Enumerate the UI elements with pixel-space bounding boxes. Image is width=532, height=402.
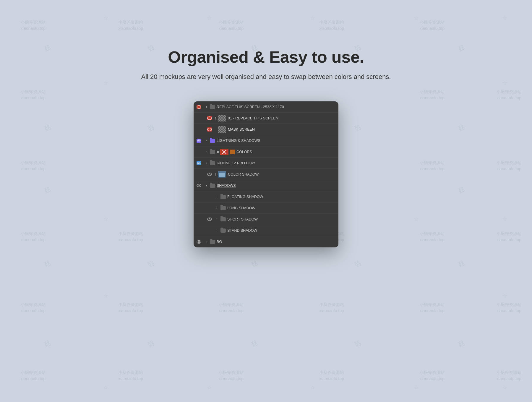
layer-row-shadows-group[interactable]: ▾ SHADOWS: [194, 180, 338, 191]
layer-name: REPLACE THIS SCREEN - 2532 X 1170: [217, 105, 335, 109]
svg-point-7: [198, 185, 200, 186]
folder-icon: [210, 161, 215, 165]
chevron-icon[interactable]: ›: [215, 229, 219, 232]
eye-visibility-col[interactable]: [204, 127, 215, 132]
visibility-eye-blue[interactable]: [197, 161, 201, 165]
indent-col: ƒ: [215, 116, 218, 120]
svg-point-4: [207, 173, 212, 176]
folder-icon: [210, 105, 215, 109]
chevron-icon[interactable]: ›: [215, 206, 219, 210]
eye-visibility-col[interactable]: [194, 139, 204, 143]
layer-row-mask-screen[interactable]: MASK SCREEN: [194, 124, 338, 135]
eye-svg: [197, 140, 201, 142]
chevron-icon[interactable]: ›: [215, 195, 219, 198]
layer-row-floating-shadow[interactable]: › FLOATING SHADOW: [194, 191, 338, 202]
indent-col: ›: [204, 139, 217, 143]
eye-visibility-col[interactable]: [204, 206, 215, 210]
eye-svg: [207, 173, 212, 176]
svg-point-11: [198, 241, 200, 243]
svg-point-0: [197, 140, 200, 142]
eye-empty: [207, 206, 212, 210]
page-subheadline: All 20 mockups are very well organised a…: [141, 73, 391, 81]
layer-name: STAND SHADOW: [227, 228, 335, 233]
chevron-icon[interactable]: ›: [204, 139, 208, 142]
layer-row-long-shadow[interactable]: › LONG SHADOW: [194, 202, 338, 214]
svg-point-8: [207, 218, 212, 221]
layer-thumbnail-colors: [220, 149, 228, 155]
svg-point-2: [197, 162, 200, 164]
layer-row-replace-screen-group[interactable]: ▾ REPLACE THIS SCREEN - 2532 X 1170: [194, 101, 338, 113]
eye-visibility-col[interactable]: [194, 161, 204, 165]
indent-col: ▾: [204, 184, 217, 188]
eye-visibility-col[interactable]: [204, 228, 215, 233]
eye-empty: [207, 228, 212, 233]
layer-row-short-shadow[interactable]: › SHORT SHADOW: [194, 214, 338, 225]
layer-row-bg[interactable]: › BG: [194, 236, 338, 247]
visibility-eye-red[interactable]: [207, 127, 212, 132]
eye-visibility-col[interactable]: [194, 105, 204, 109]
layer-name: MASK SCREEN: [228, 127, 335, 132]
layer-row-lightning-shadows[interactable]: › LIGHTNING & SHADOWS: [194, 135, 338, 146]
layer-name: SHORT SHADOW: [227, 217, 335, 221]
layer-row-stand-shadow[interactable]: › STAND SHADOW: [194, 225, 338, 236]
layer-name: LONG SHADOW: [227, 206, 335, 210]
chevron-icon[interactable]: ›: [215, 218, 219, 221]
folder-icon: [210, 240, 215, 244]
smart-object-icon: ƒ: [215, 173, 217, 176]
layer-name: LIGHTNING & SHADOWS: [217, 139, 335, 143]
indent-col: ›: [215, 228, 227, 233]
chevron-icon[interactable]: ›: [204, 161, 208, 165]
eye-empty: [207, 195, 212, 199]
layer-row-01-replace[interactable]: ƒ 01 - REPLACE THIS SCREEN: [194, 113, 338, 124]
indent-col: ›: [204, 161, 217, 165]
folder-icon: [220, 217, 226, 221]
eye-visibility-col[interactable]: [204, 195, 215, 199]
indent-col: ›: [204, 240, 217, 244]
layer-name: FLOATING SHADOW: [227, 195, 335, 199]
visibility-eye-red[interactable]: [207, 116, 212, 120]
layer-thumbnail: [218, 126, 226, 133]
visibility-eye-purple[interactable]: [197, 139, 201, 143]
chevron-icon[interactable]: ›: [204, 150, 208, 153]
layer-name: IPHONE 12 PRO CLAY: [217, 161, 335, 165]
layer-thumbnail: [218, 171, 226, 178]
eye-visibility-col[interactable]: [194, 150, 204, 154]
layer-row-iphone-clay[interactable]: › IPHONE 12 PRO CLAY: [194, 158, 338, 169]
eye-svg: [197, 184, 201, 187]
monitor-screen: [219, 173, 225, 177]
eye-visibility-col[interactable]: [194, 240, 204, 244]
visibility-eye-red[interactable]: [197, 105, 201, 109]
folder-icon: [210, 150, 215, 154]
layer-row-color-shadow[interactable]: ƒ COLOR SHADOW: [194, 169, 338, 180]
eye-visibility-col[interactable]: [194, 184, 204, 187]
chevron-icon[interactable]: ▾: [204, 184, 208, 187]
svg-point-10: [197, 240, 201, 243]
eye-svg: [207, 218, 212, 221]
eye-visibility-col[interactable]: [204, 218, 215, 221]
layer-name: COLORS: [236, 150, 335, 154]
thumbnail-cross: [220, 149, 228, 155]
eye-empty: [197, 150, 201, 154]
folder-icon: [220, 206, 226, 210]
folder-icon: [210, 139, 215, 143]
layer-name: 01 - REPLACE THIS SCREEN: [228, 116, 335, 120]
color-swatch: [230, 150, 235, 154]
eye-visibility-col[interactable]: [204, 173, 215, 176]
main-content: Organised & Easy to use. All 20 mockups …: [0, 0, 532, 402]
chevron-icon[interactable]: ▾: [204, 105, 208, 108]
eye-visibility-col[interactable]: [204, 116, 215, 120]
eye-svg: [197, 240, 201, 244]
indent-col: ▾: [204, 105, 217, 109]
layer-name: COLOR SHADOW: [228, 172, 335, 176]
indent-col: ›: [215, 206, 227, 210]
folder-icon: [220, 228, 226, 233]
folder-icon: [220, 195, 226, 199]
layer-row-colors[interactable]: › COLORS: [194, 146, 338, 158]
chevron-icon[interactable]: ›: [204, 240, 208, 244]
thumbnail-checker: [218, 126, 226, 133]
indent-col: ›: [215, 217, 227, 221]
layer-name: BG: [217, 240, 335, 244]
svg-point-9: [209, 218, 210, 220]
indent-col: ›: [215, 195, 227, 199]
folder-icon: [210, 184, 215, 188]
